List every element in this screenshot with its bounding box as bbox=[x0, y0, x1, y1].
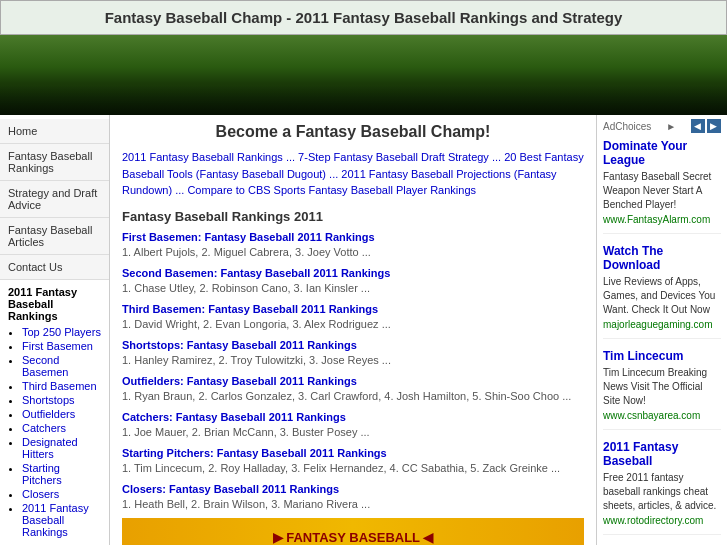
ad-url: www.csnbayarea.com bbox=[603, 410, 721, 421]
ranking-desc: 1. David Wright, 2. Evan Longoria, 3. Al… bbox=[122, 318, 584, 330]
sidebar-ranking-link[interactable]: Catchers bbox=[22, 422, 66, 434]
ad-block: Watch The DownloadLive Reviews of Apps, … bbox=[603, 244, 721, 339]
page-header: Fantasy Baseball Champ - 2011 Fantasy Ba… bbox=[0, 0, 727, 35]
ranking-section: Starting Pitchers: Fantasy Baseball 2011… bbox=[122, 446, 584, 474]
sidebar-ranking-link[interactable]: Outfielders bbox=[22, 408, 75, 420]
sidebar-nav-home[interactable]: Home bbox=[0, 119, 109, 144]
ranking-section: First Basemen: Fantasy Baseball 2011 Ran… bbox=[122, 230, 584, 258]
ad-url: majorleaguegaming.com bbox=[603, 319, 721, 330]
sidebar-nav-articles[interactable]: Fantasy Baseball Articles bbox=[0, 218, 109, 255]
banner-image bbox=[0, 35, 727, 115]
ranking-title-link[interactable]: Starting Pitchers: Fantasy Baseball 2011… bbox=[122, 447, 387, 459]
ad-column: AdChoices ► ◀ ▶ Dominate Your LeagueFant… bbox=[597, 115, 727, 545]
sidebar-ranking-link[interactable]: 2011 Fantasy Baseball Rankings bbox=[22, 502, 89, 538]
ad-title[interactable]: Tim Lincecum bbox=[603, 349, 721, 363]
ranking-section: Catchers: Fantasy Baseball 2011 Rankings… bbox=[122, 410, 584, 438]
bottom-banner-text: ▶ FANTASY BASEBALL ◀ bbox=[273, 530, 434, 545]
ad-title[interactable]: Watch The Download bbox=[603, 244, 721, 272]
ranking-section: Second Basemen: Fantasy Baseball 2011 Ra… bbox=[122, 266, 584, 294]
ranking-desc: 1. Joe Mauer, 2. Brian McCann, 3. Buster… bbox=[122, 426, 584, 438]
ad-block: Tim LincecumTim Lincecum Breaking News V… bbox=[603, 349, 721, 430]
ranking-desc: 1. Heath Bell, 2. Brain Wilson, 3. Maria… bbox=[122, 498, 584, 510]
ad-url: www.rotodirectory.com bbox=[603, 515, 721, 526]
ranking-title-link[interactable]: Outfielders: Fantasy Baseball 2011 Ranki… bbox=[122, 375, 357, 387]
content-summary: 2011 Fantasy Baseball Rankings ... 7-Ste… bbox=[122, 149, 584, 199]
ranking-title-link[interactable]: Catchers: Fantasy Baseball 2011 Rankings bbox=[122, 411, 346, 423]
sidebar-nav-contact[interactable]: Contact Us bbox=[0, 255, 109, 280]
ad-block: Dominate Your LeagueFantasy Baseball Sec… bbox=[603, 139, 721, 234]
ad-block: 2011 Fantasy BaseballFree 2011 fantasy b… bbox=[603, 440, 721, 535]
bottom-banner: ▶ FANTASY BASEBALL ◀ bbox=[122, 518, 584, 546]
ad-desc: Fantasy Baseball Secret Weapon Never Sta… bbox=[603, 170, 721, 212]
sidebar-nav: HomeFantasy Baseball RankingsStrategy an… bbox=[0, 119, 109, 280]
ad-choices-bar: AdChoices ► ◀ ▶ bbox=[603, 119, 721, 133]
ranking-desc: 1. Albert Pujols, 2. Miguel Cabrera, 3. … bbox=[122, 246, 584, 258]
sidebar-ranking-link[interactable]: Designated Hitters bbox=[22, 436, 78, 460]
ad-title[interactable]: Dominate Your League bbox=[603, 139, 721, 167]
ad-desc: Live Reviews of Apps, Games, and Devices… bbox=[603, 275, 721, 317]
ad-items: Dominate Your LeagueFantasy Baseball Sec… bbox=[603, 139, 721, 545]
sidebar-nav-strategy[interactable]: Strategy and Draft Advice bbox=[0, 181, 109, 218]
ad-prev-arrow[interactable]: ◀ bbox=[691, 119, 705, 133]
ranking-desc: 1. Chase Utley, 2. Robinson Cano, 3. Ian… bbox=[122, 282, 584, 294]
sidebar-ranking-link[interactable]: Closers bbox=[22, 488, 59, 500]
sidebar-ranking-link[interactable]: Starting Pitchers bbox=[22, 462, 62, 486]
ranking-title-link[interactable]: First Basemen: Fantasy Baseball 2011 Ran… bbox=[122, 231, 375, 243]
ranking-section: Shortstops: Fantasy Baseball 2011 Rankin… bbox=[122, 338, 584, 366]
ranking-title-link[interactable]: Third Basemen: Fantasy Baseball 2011 Ran… bbox=[122, 303, 378, 315]
banner-overlay bbox=[0, 85, 727, 115]
ad-url: www.FantasyAlarm.com bbox=[603, 214, 721, 225]
ranking-section: Outfielders: Fantasy Baseball 2011 Ranki… bbox=[122, 374, 584, 402]
header-title: Fantasy Baseball Champ - 2011 Fantasy Ba… bbox=[105, 9, 623, 26]
sidebar-ranking-link[interactable]: Top 250 Players bbox=[22, 326, 101, 338]
sidebar-nav-rankings[interactable]: Fantasy Baseball Rankings bbox=[0, 144, 109, 181]
sidebar-rankings-title: 2011 Fantasy Baseball Rankings bbox=[8, 286, 101, 322]
ranking-desc: 1. Hanley Ramirez, 2. Troy Tulowitzki, 3… bbox=[122, 354, 584, 366]
rankings-list: First Basemen: Fantasy Baseball 2011 Ran… bbox=[122, 230, 584, 510]
sidebar-ranking-link[interactable]: Second Basemen bbox=[22, 354, 68, 378]
main-container: HomeFantasy Baseball RankingsStrategy an… bbox=[0, 115, 727, 545]
ranking-desc: 1. Tim Lincecum, 2. Roy Halladay, 3. Fel… bbox=[122, 462, 584, 474]
ad-nav-arrows: ◀ ▶ bbox=[691, 119, 721, 133]
ad-title[interactable]: 2011 Fantasy Baseball bbox=[603, 440, 721, 468]
sidebar-ranking-link[interactable]: First Basemen bbox=[22, 340, 93, 352]
ad-choices-label: AdChoices bbox=[603, 121, 651, 132]
ad-next-arrow[interactable]: ▶ bbox=[707, 119, 721, 133]
sidebar-rankings-section: 2011 Fantasy Baseball Rankings Top 250 P… bbox=[0, 280, 109, 545]
ranking-title-link[interactable]: Second Basemen: Fantasy Baseball 2011 Ra… bbox=[122, 267, 390, 279]
main-content: Become a Fantasy Baseball Champ! 2011 Fa… bbox=[110, 115, 597, 545]
ranking-title-link[interactable]: Closers: Fantasy Baseball 2011 Rankings bbox=[122, 483, 339, 495]
ad-desc: Free 2011 fantasy baseball rankings chea… bbox=[603, 471, 721, 513]
sidebar: HomeFantasy Baseball RankingsStrategy an… bbox=[0, 115, 110, 545]
ranking-desc: 1. Ryan Braun, 2. Carlos Gonzalez, 3. Ca… bbox=[122, 390, 584, 402]
sidebar-ranking-link[interactable]: Third Basemen bbox=[22, 380, 97, 392]
content-main-title: Become a Fantasy Baseball Champ! bbox=[122, 123, 584, 141]
sidebar-rankings-list: Top 250 PlayersFirst BasemenSecond Basem… bbox=[8, 326, 101, 538]
rankings-2011-title: Fantasy Baseball Rankings 2011 bbox=[122, 209, 584, 224]
ad-choices-icon: ► bbox=[666, 121, 676, 132]
ranking-title-link[interactable]: Shortstops: Fantasy Baseball 2011 Rankin… bbox=[122, 339, 357, 351]
ranking-section: Closers: Fantasy Baseball 2011 Rankings1… bbox=[122, 482, 584, 510]
ad-desc: Tim Lincecum Breaking News Visit The Off… bbox=[603, 366, 721, 408]
ranking-section: Third Basemen: Fantasy Baseball 2011 Ran… bbox=[122, 302, 584, 330]
sidebar-ranking-link[interactable]: Shortstops bbox=[22, 394, 75, 406]
